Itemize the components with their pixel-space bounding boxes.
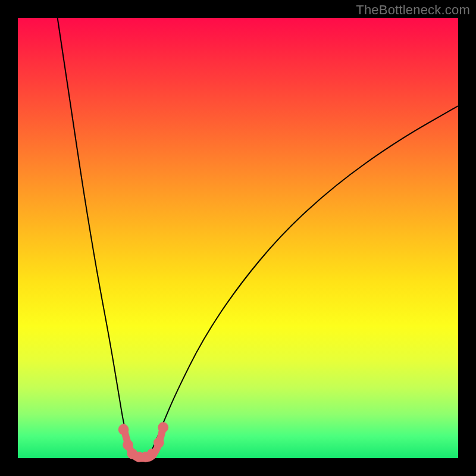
watermark-text: TheBottleneck.com bbox=[356, 2, 470, 18]
trough-marker bbox=[154, 437, 164, 448]
chart-svg bbox=[18, 18, 458, 458]
trough-marker bbox=[147, 449, 158, 459]
chart-lines bbox=[58, 18, 458, 458]
chart-frame: TheBottleneck.com bbox=[0, 0, 476, 476]
curve-right-branch bbox=[146, 106, 458, 458]
curve-left-branch bbox=[58, 18, 137, 458]
chart-plot-area bbox=[18, 18, 458, 458]
trough-marker bbox=[158, 422, 168, 433]
trough-marker bbox=[118, 424, 129, 435]
trough-markers bbox=[118, 422, 168, 462]
